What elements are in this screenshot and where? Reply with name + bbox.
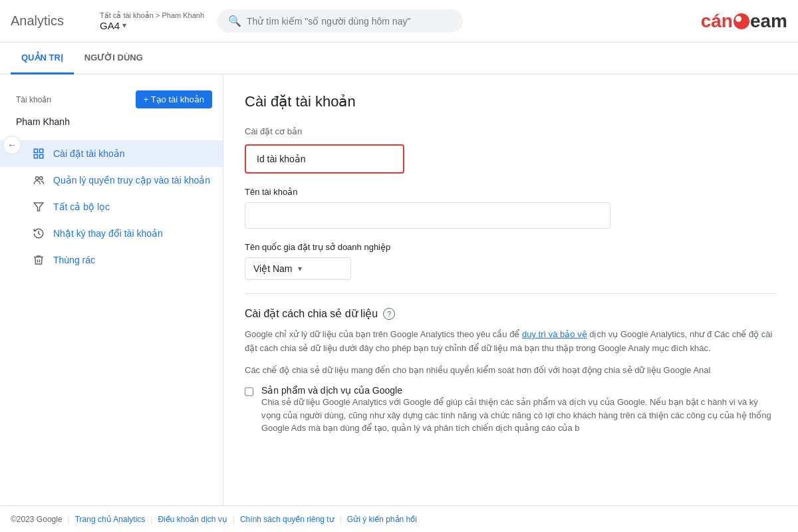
app-logo: Analytics <box>11 13 84 29</box>
google-products-desc: Chia sẻ dữ liệu Google Analytics với Goo… <box>261 396 777 435</box>
sidebar-item-label: Cài đặt tài khoản <box>53 148 125 159</box>
data-link[interactable]: duy trì và bảo vệ <box>522 329 587 339</box>
people-icon <box>32 174 45 187</box>
divider <box>245 293 777 294</box>
breadcrumb-path: Tất cả tài khoản > Pham Khanh <box>100 11 204 20</box>
search-bar[interactable]: 🔍 <box>217 9 463 33</box>
google-products-title: Sản phẩm và dịch vụ của Google <box>261 385 777 396</box>
sidebar-account-label: Tài khoản <box>16 95 51 104</box>
brand-text-1: cán <box>701 11 733 32</box>
filter-icon <box>32 200 45 213</box>
chevron-down-icon: ▾ <box>298 264 302 273</box>
svg-marker-6 <box>34 203 43 211</box>
data-sharing-desc2: Các chế độ chia sẻ dữ liệu mang đến cho … <box>245 364 777 378</box>
page-title: Cài đặt tài khoản <box>245 93 777 110</box>
svg-point-4 <box>36 177 39 180</box>
footer-link-home[interactable]: Trang chủ Analytics <box>75 515 146 524</box>
sidebar-account-header: Tài khoản + Tạo tài khoản <box>0 85 223 114</box>
google-products-label: Sản phẩm và dịch vụ của Google Chia sẻ d… <box>261 385 777 435</box>
content-area: Cài đặt tài khoản Cài đặt cơ bản Id tài … <box>223 74 798 505</box>
svg-rect-0 <box>34 149 37 152</box>
building-icon <box>32 147 45 160</box>
footer: ©2023 Google | Trang chủ Analytics | Điề… <box>0 505 798 532</box>
chevron-down-icon: ▾ <box>122 21 126 30</box>
help-icon[interactable]: ? <box>383 308 395 320</box>
sidebar-item-label: Thùng rác <box>53 255 95 265</box>
sidebar-item-thung-rac[interactable]: Thùng rác <box>0 247 223 273</box>
google-products-checkbox-item: Sản phẩm và dịch vụ của Google Chia sẻ d… <box>245 385 777 435</box>
sidebar-item-label: Tất cả bộ lọc <box>53 201 110 212</box>
nav-tabs: QUẢN TRỊ NGƯỜI DÙNG <box>0 43 798 74</box>
sidebar-item-quan-ly[interactable]: Quản lý quyền truy cập vào tài khoản <box>0 167 223 194</box>
trash-icon <box>32 253 45 267</box>
country-label: Tên quốc gia đặt trụ sở doanh nghiệp <box>245 242 777 252</box>
data-sharing-title: Cài đặt cách chia sẻ dữ liệu ? <box>245 307 777 320</box>
account-name-input[interactable] <box>245 202 610 229</box>
country-value: Việt Nam <box>253 263 293 274</box>
account-id-field: Id tài khoản <box>245 144 404 174</box>
svg-rect-2 <box>40 155 43 158</box>
footer-link-terms[interactable]: Điều khoản dịch vụ <box>158 515 227 524</box>
main-layout: Tài khoản + Tạo tài khoản Pham Khanh ← C… <box>0 74 798 505</box>
country-select[interactable]: Việt Nam ▾ <box>245 257 351 280</box>
footer-copyright: ©2023 Google <box>11 515 63 524</box>
svg-point-5 <box>40 177 43 180</box>
sidebar-item-label: Nhật ký thay đổi tài khoản <box>53 228 163 239</box>
header: Analytics Tất cả tài khoản > Pham Khanh … <box>0 0 798 43</box>
search-input[interactable] <box>247 16 452 27</box>
footer-link-privacy[interactable]: Chính sách quyền riêng tư <box>240 515 334 524</box>
account-name-group: Tên tài khoản <box>245 187 777 229</box>
sidebar-back-button[interactable]: ← <box>3 136 21 154</box>
tab-quan-tri[interactable]: QUẢN TRỊ <box>11 43 74 74</box>
svg-rect-3 <box>34 155 37 158</box>
breadcrumb: Tất cả tài khoản > Pham Khanh GA4 ▾ <box>100 11 204 31</box>
svg-rect-1 <box>40 149 43 152</box>
sidebar-item-nhat-ky[interactable]: Nhật ký thay đổi tài khoản <box>0 220 223 247</box>
country-group: Tên quốc gia đặt trụ sở doanh nghiệp Việ… <box>245 242 777 280</box>
sidebar-nav-items: Cài đặt tài khoản Quản lý quyền truy cập… <box>0 140 223 273</box>
create-account-button[interactable]: + Tạo tài khoản <box>136 90 212 108</box>
sidebar-item-label: Quản lý quyền truy cập vào tài khoản <box>53 175 210 186</box>
sidebar-account-name: Pham Khanh <box>0 114 223 135</box>
search-icon: 🔍 <box>228 15 241 27</box>
data-sharing-desc1: Google chỉ xử lý dữ liệu của bạn trên Go… <box>245 328 777 356</box>
brand-text-2: eam <box>750 11 787 32</box>
tab-nguoi-dung[interactable]: NGƯỜI DÙNG <box>74 43 154 74</box>
brand-logo: cán eam <box>701 11 787 32</box>
sidebar-item-cai-dat[interactable]: Cài đặt tài khoản <box>0 140 223 167</box>
account-name-label: Tên tài khoản <box>245 187 777 197</box>
basic-settings-label: Cài đặt cơ bản <box>245 126 777 136</box>
google-products-checkbox[interactable] <box>245 386 253 397</box>
sidebar-item-tat-ca-bo-loc[interactable]: Tất cả bộ lọc <box>0 194 223 220</box>
sidebar: Tài khoản + Tạo tài khoản Pham Khanh ← C… <box>0 74 223 505</box>
breadcrumb-current[interactable]: GA4 ▾ <box>100 20 204 31</box>
history-icon <box>32 227 45 240</box>
footer-link-feedback[interactable]: Gửi ý kiến phản hồi <box>347 515 417 524</box>
